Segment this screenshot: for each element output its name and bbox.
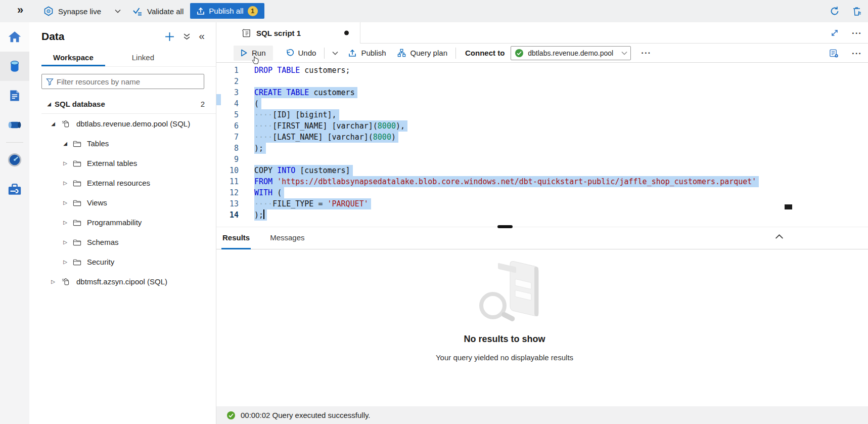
expand-node-icon[interactable]: ▷: [62, 200, 69, 205]
code-line-12[interactable]: 12WITH (: [216, 187, 868, 198]
collapse-all-icon[interactable]: [183, 33, 191, 40]
validate-all-button[interactable]: Validate all: [132, 0, 184, 22]
selection-highlight: );: [254, 209, 267, 221]
tree-item-sql-database[interactable]: ◢SQL database2: [29, 94, 216, 114]
code-line-10[interactable]: 10COPY INTO [customers]: [216, 165, 868, 176]
tree-item-programmability[interactable]: ▷Programmability: [29, 213, 216, 232]
tree-item-views[interactable]: ▷Views: [29, 193, 216, 213]
nav-develop[interactable]: [0, 81, 29, 110]
run-play-icon: [241, 49, 247, 57]
tree-item-tables[interactable]: ◢Tables: [29, 134, 216, 153]
tab-linked[interactable]: Linked: [120, 50, 166, 66]
line-content: );: [254, 209, 267, 221]
editor-more-options[interactable]: ···: [852, 49, 862, 58]
validate-check-icon: [132, 7, 143, 16]
document-icon: [8, 89, 22, 103]
code-line-5[interactable]: 5····[ID] [bigint],: [216, 109, 868, 120]
publish-upload-icon: [197, 7, 205, 15]
unsaved-indicator-dot: [344, 31, 349, 35]
mode-selector[interactable]: Synapse live: [43, 0, 121, 22]
tab-messages[interactable]: Messages: [269, 227, 305, 249]
code-line-1[interactable]: 1DROP TABLE customers;: [216, 65, 868, 76]
expand-node-icon[interactable]: ▷: [62, 259, 69, 265]
collapse-node-icon[interactable]: ◢: [50, 121, 57, 126]
line-number: 14: [216, 209, 239, 221]
code-line-11[interactable]: 11FROM 'https://dbtlabsynapsedatalake.bl…: [216, 176, 868, 187]
expand-node-icon[interactable]: ▷: [62, 239, 69, 245]
tree-item-label: dbtmsft.azsyn.cipool (SQL): [76, 277, 167, 286]
publish-all-button[interactable]: Publish all 1: [190, 3, 264, 19]
no-results-illustration: [461, 259, 549, 327]
tree-item-label: SQL database: [55, 100, 105, 108]
collapse-results-chevron-icon[interactable]: [775, 234, 784, 239]
line-content: COPY INTO [customers]: [254, 165, 353, 176]
code-line-2[interactable]: 2: [216, 76, 868, 87]
line-number: 2: [216, 76, 239, 87]
collapse-panel-chevrons[interactable]: «: [199, 30, 205, 41]
tree-item-external-resources[interactable]: ▷External resources: [29, 173, 216, 193]
code-line-8[interactable]: 8);: [216, 143, 868, 154]
tree-item-security[interactable]: ▷Security: [29, 252, 216, 272]
code-line-6[interactable]: 6····[FIRST_NAME] [varchar](8000),: [216, 120, 868, 132]
code-editor[interactable]: 1DROP TABLE customers;23CREATE TABLE cus…: [216, 63, 868, 227]
expand-editor-icon[interactable]: [831, 29, 839, 37]
collapse-node-icon[interactable]: ◢: [62, 141, 69, 146]
line-number: 7: [216, 132, 239, 143]
add-resource-button[interactable]: [164, 31, 175, 42]
results-panel: Results Messages: [216, 227, 868, 424]
code-line-3[interactable]: 3CREATE TABLE customers: [216, 87, 868, 98]
refresh-icon[interactable]: [830, 6, 840, 16]
nav-rail: [0, 22, 29, 424]
publish-label: Publish: [361, 49, 386, 57]
nav-monitor[interactable]: [0, 145, 29, 175]
line-content: );: [254, 143, 266, 154]
tree-item-label: External resources: [87, 179, 150, 187]
expand-node-icon[interactable]: ▷: [62, 220, 69, 225]
query-plan-button[interactable]: Query plan: [397, 49, 447, 57]
tree-item-label: Tables: [87, 139, 109, 148]
panel-splitter-handle[interactable]: [497, 225, 513, 228]
tree-item-label: Schemas: [87, 238, 119, 246]
line-content: FROM 'https://dbtlabsynapsedatalake.blob…: [254, 176, 759, 187]
filter-input[interactable]: [54, 77, 204, 86]
tree-item-schemas[interactable]: ▷Schemas: [29, 232, 216, 252]
data-panel-tabs: Workspace Linked: [41, 50, 216, 67]
tree-item-external-tables[interactable]: ▷External tables: [29, 153, 216, 173]
overview-ruler-cursor-marker[interactable]: [785, 204, 792, 209]
code-line-14[interactable]: 14);: [216, 209, 868, 221]
line-content: DROP TABLE customers;: [254, 65, 350, 76]
nav-home[interactable]: [0, 22, 29, 52]
code-line-9[interactable]: 9: [216, 154, 868, 165]
folder-icon: [73, 140, 81, 147]
tab-results[interactable]: Results: [221, 227, 251, 249]
folder-icon: [73, 239, 81, 246]
toolbar-separator: [455, 48, 456, 59]
tab-more-options[interactable]: ···: [852, 29, 862, 37]
nav-manage[interactable]: [0, 175, 29, 204]
expand-node-icon[interactable]: ▷: [62, 180, 69, 186]
connection-dropdown[interactable]: dbtlabs.revenue.demo.pool: [511, 46, 631, 60]
success-check-icon: [226, 411, 236, 420]
expand-node-icon[interactable]: ▷: [50, 279, 57, 284]
discard-trash-icon[interactable]: [852, 6, 862, 16]
expand-node-icon[interactable]: ▷: [62, 160, 69, 166]
properties-icon[interactable]: [829, 49, 839, 58]
line-content: ····[FIRST_NAME] [varchar](8000),: [254, 120, 407, 132]
expand-menu-chevrons[interactable]: »: [17, 4, 22, 17]
run-options-chevron-icon[interactable]: [332, 51, 338, 55]
code-line-4[interactable]: 4(: [216, 98, 868, 109]
code-line-7[interactable]: 7····[LAST_NAME] [varchar](8000): [216, 132, 868, 143]
nav-data[interactable]: [0, 52, 29, 81]
publish-button[interactable]: Publish: [348, 49, 386, 57]
tab-workspace[interactable]: Workspace: [41, 50, 105, 66]
tree-item-dbtmsft-azsyn-cipool-sql[interactable]: ▷dbtmsft.azsyn.cipool (SQL): [29, 272, 216, 291]
undo-button[interactable]: Undo: [285, 49, 316, 57]
tree-item-dbtlabs-revenue-demo-pool-sql[interactable]: ◢dbtlabs.revenue.demo.pool (SQL): [29, 114, 216, 134]
tab-sql-script-1[interactable]: SQL script 1: [216, 22, 360, 44]
nav-integrate[interactable]: [0, 110, 29, 140]
toolbar-more-options[interactable]: ···: [641, 49, 651, 57]
selection-highlight: [216, 94, 221, 105]
collapse-node-icon[interactable]: ◢: [45, 101, 53, 107]
run-button[interactable]: Run: [234, 46, 273, 61]
code-line-13[interactable]: 13····FILE_TYPE = 'PARQUET': [216, 198, 868, 209]
